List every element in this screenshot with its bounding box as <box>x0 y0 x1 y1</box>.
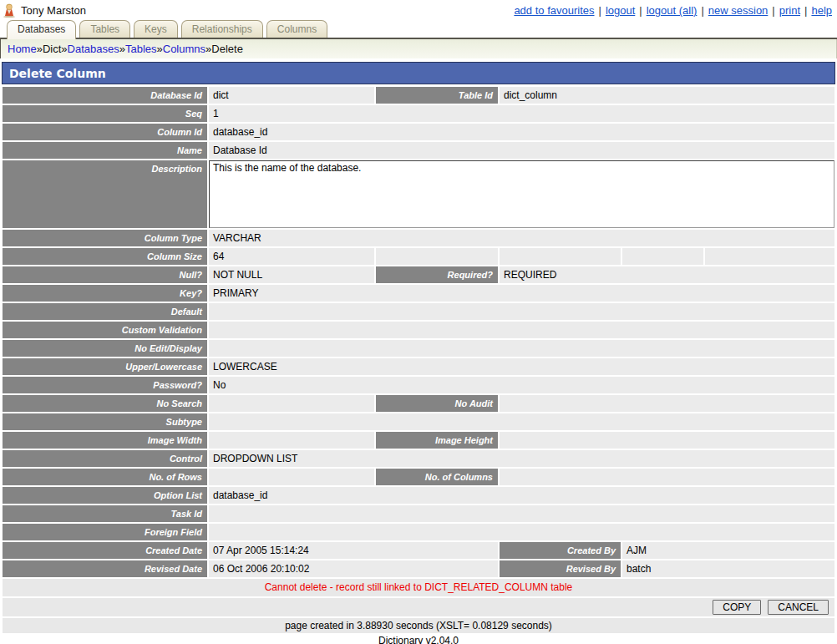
field-label: Subtype <box>3 413 207 430</box>
field-value: batch <box>622 560 834 577</box>
form-row: No SearchNo Audit <box>3 395 834 412</box>
breadcrumb-separator: » <box>157 43 163 55</box>
field-value: VARCHAR <box>209 230 834 246</box>
field-label: Description <box>3 160 207 228</box>
field-value: 07 Apr 2005 15:14:24 <box>209 542 498 559</box>
field-value: Database Id <box>209 142 834 159</box>
form-row: Custom Validation <box>3 322 834 338</box>
app-version: Dictionary v2.04.0 <box>0 635 837 644</box>
form-row: No. of RowsNo. of Columns <box>3 469 834 485</box>
field-label: Seq <box>3 105 207 122</box>
field-label: No Search <box>3 395 207 412</box>
field-label: Created Date <box>3 542 207 559</box>
field-value <box>209 413 834 430</box>
field-label: Default <box>3 303 207 320</box>
form-row: Column Iddatabase_id <box>3 124 834 140</box>
current-user: Tony Marston <box>3 3 86 18</box>
form-row: Column TypeVARCHAR <box>3 230 834 246</box>
field-value: dict_column <box>500 87 834 104</box>
form-row: Key?PRIMARY <box>3 285 834 302</box>
header-link-logout[interactable]: logout <box>606 4 635 17</box>
form-row: Subtype <box>3 413 834 430</box>
tab-tables[interactable]: Tables <box>79 20 130 38</box>
form-row: Foreign Field <box>3 524 834 540</box>
field-value <box>500 469 834 485</box>
field-value: AJM <box>622 542 834 559</box>
header-link-new-session[interactable]: new session <box>708 4 769 17</box>
field-label: Name <box>3 142 207 159</box>
field-label: Table Id <box>376 87 498 104</box>
detail-form: Database IddictTable Iddict_columnSeq1Co… <box>3 87 834 577</box>
field-value: database_id <box>209 487 834 504</box>
field-value <box>209 469 374 485</box>
field-value <box>209 505 834 522</box>
form-row: No Edit/Display <box>3 340 834 357</box>
link-separator: | <box>772 4 774 17</box>
field-value <box>500 395 834 412</box>
field-label: Null? <box>3 266 207 283</box>
copy-button[interactable]: COPY <box>713 600 761 615</box>
field-label: Created By <box>500 542 621 559</box>
field-label: Required? <box>376 266 498 283</box>
tab-databases[interactable]: Databases <box>7 20 76 39</box>
field-value: DROPDOWN LIST <box>209 450 834 467</box>
tab-columns[interactable]: Columns <box>266 20 327 38</box>
field-label: Revised Date <box>3 560 207 577</box>
field-label: Option List <box>3 487 207 504</box>
link-separator: | <box>701 4 703 17</box>
field-label: Column Type <box>3 230 207 246</box>
action-button-bar: COPYCANCEL <box>3 598 834 616</box>
field-label: No Edit/Display <box>3 340 207 357</box>
field-value: 1 <box>209 105 834 122</box>
field-label: Foreign Field <box>3 524 207 540</box>
field-value <box>209 524 834 540</box>
field-label: Key? <box>3 285 207 302</box>
breadcrumb-item-tables[interactable]: Tables <box>125 43 157 55</box>
breadcrumb-item-columns[interactable]: Columns <box>163 43 205 55</box>
form-row: Image WidthImage Height <box>3 432 834 449</box>
tab-relationships[interactable]: Relationships <box>181 20 263 38</box>
form-row: Database IddictTable Iddict_column <box>3 87 834 104</box>
breadcrumb-item-delete: Delete <box>211 43 243 55</box>
breadcrumb-separator: » <box>205 43 211 55</box>
field-value: NOT NULL <box>209 266 374 283</box>
header-link-print[interactable]: print <box>779 4 800 17</box>
tab-keys[interactable]: Keys <box>134 20 178 38</box>
form-row: Column Size64 <box>3 248 834 265</box>
field-label: Image Height <box>376 432 498 449</box>
field-value: PRIMARY <box>209 285 834 302</box>
header-link-logout-all[interactable]: logout (all) <box>647 4 698 17</box>
field-label: No. of Rows <box>3 469 207 485</box>
user-icon <box>3 3 17 18</box>
header-links: add to favourites|logout|logout (all)|ne… <box>514 4 832 17</box>
field-label: No. of Columns <box>376 469 498 485</box>
form-row: Password?No <box>3 377 834 393</box>
field-label: Revised By <box>500 560 621 577</box>
page-header: Tony Marston add to favourites|logout|lo… <box>0 0 837 19</box>
header-link-help[interactable]: help <box>811 4 832 17</box>
form-row: ControlDROPDOWN LIST <box>3 450 834 467</box>
field-label: Password? <box>3 377 207 393</box>
field-label: Control <box>3 450 207 467</box>
description-box: This is the name of the database. <box>209 160 834 228</box>
field-label: No Audit <box>376 395 498 412</box>
breadcrumb-item-databases[interactable]: Databases <box>68 43 119 55</box>
field-value <box>500 432 834 449</box>
breadcrumb-separator: » <box>61 43 67 55</box>
field-label: Image Width <box>3 432 207 449</box>
cancel-button[interactable]: CANCEL <box>768 600 829 615</box>
field-value: database_id <box>209 124 834 140</box>
user-name: Tony Marston <box>21 4 86 17</box>
breadcrumb: Home»Dict»Databases»Tables»Columns»Delet… <box>0 39 837 58</box>
field-value <box>209 322 834 338</box>
page-timing: page created in 3.88930 seconds (XSLT= 0… <box>3 618 834 633</box>
field-label: Upper/Lowercase <box>3 358 207 375</box>
form-row: Null?NOT NULLRequired?REQUIRED <box>3 266 834 283</box>
breadcrumb-item-home[interactable]: Home <box>8 43 37 55</box>
field-label: Task Id <box>3 505 207 522</box>
field-value <box>376 248 498 265</box>
tab-bar: DatabasesTablesKeysRelationshipsColumns <box>0 19 837 39</box>
form-row: Default <box>3 303 834 320</box>
field-label: Column Id <box>3 124 207 140</box>
header-link-add-to-favourites[interactable]: add to favourites <box>514 4 594 17</box>
